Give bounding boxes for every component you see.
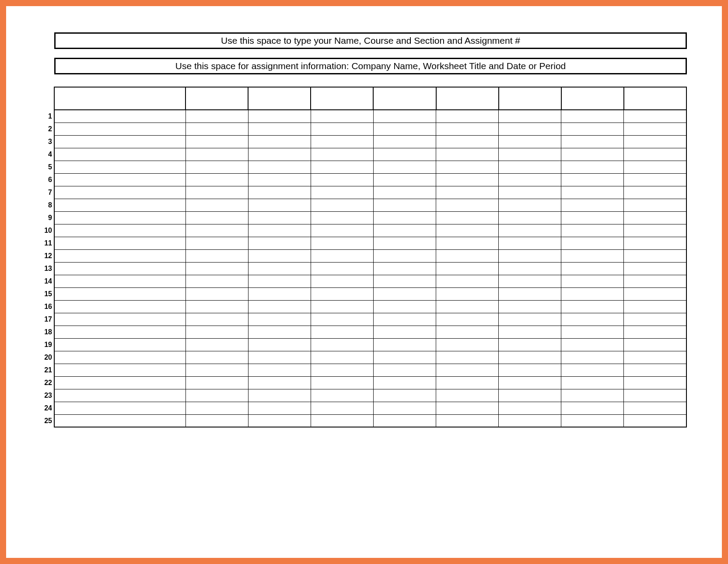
data-cell[interactable] <box>186 262 248 275</box>
data-cell[interactable] <box>248 237 311 249</box>
data-cell[interactable] <box>311 376 373 389</box>
data-cell[interactable] <box>248 287 311 300</box>
data-cell[interactable] <box>624 249 686 262</box>
header-cell[interactable] <box>436 87 499 110</box>
data-cell[interactable] <box>54 414 186 427</box>
data-cell[interactable] <box>186 414 248 427</box>
data-cell[interactable] <box>54 275 186 287</box>
data-cell[interactable] <box>186 287 248 300</box>
data-cell[interactable] <box>186 186 248 199</box>
data-cell[interactable] <box>311 135 373 148</box>
data-cell[interactable] <box>436 389 499 402</box>
data-cell[interactable] <box>436 237 499 249</box>
data-cell[interactable] <box>499 414 561 427</box>
data-cell[interactable] <box>311 300 373 313</box>
data-cell[interactable] <box>499 326 561 338</box>
data-cell[interactable] <box>499 351 561 364</box>
data-cell[interactable] <box>311 364 373 376</box>
data-cell[interactable] <box>499 199 561 211</box>
data-cell[interactable] <box>373 300 436 313</box>
data-cell[interactable] <box>373 326 436 338</box>
data-cell[interactable] <box>561 199 624 211</box>
header-cell[interactable] <box>373 87 436 110</box>
data-cell[interactable] <box>311 287 373 300</box>
header-cell[interactable] <box>624 87 686 110</box>
data-cell[interactable] <box>561 161 624 173</box>
data-cell[interactable] <box>499 262 561 275</box>
data-cell[interactable] <box>248 262 311 275</box>
data-cell[interactable] <box>186 224 248 237</box>
data-cell[interactable] <box>373 351 436 364</box>
data-cell[interactable] <box>561 414 624 427</box>
data-cell[interactable] <box>624 161 686 173</box>
data-cell[interactable] <box>436 224 499 237</box>
data-cell[interactable] <box>373 364 436 376</box>
data-cell[interactable] <box>186 326 248 338</box>
data-cell[interactable] <box>248 161 311 173</box>
data-cell[interactable] <box>373 161 436 173</box>
data-cell[interactable] <box>624 224 686 237</box>
data-cell[interactable] <box>561 211 624 224</box>
data-cell[interactable] <box>499 224 561 237</box>
data-cell[interactable] <box>436 249 499 262</box>
data-cell[interactable] <box>436 211 499 224</box>
data-cell[interactable] <box>248 414 311 427</box>
data-cell[interactable] <box>499 376 561 389</box>
data-cell[interactable] <box>248 224 311 237</box>
data-cell[interactable] <box>311 148 373 161</box>
data-cell[interactable] <box>624 148 686 161</box>
data-cell[interactable] <box>624 186 686 199</box>
data-cell[interactable] <box>248 351 311 364</box>
data-cell[interactable] <box>248 300 311 313</box>
data-cell[interactable] <box>436 161 499 173</box>
data-cell[interactable] <box>499 338 561 351</box>
data-cell[interactable] <box>373 211 436 224</box>
data-cell[interactable] <box>373 173 436 186</box>
data-cell[interactable] <box>248 376 311 389</box>
data-cell[interactable] <box>311 402 373 414</box>
data-cell[interactable] <box>311 123 373 135</box>
data-cell[interactable] <box>624 275 686 287</box>
data-cell[interactable] <box>54 402 186 414</box>
data-cell[interactable] <box>54 376 186 389</box>
data-cell[interactable] <box>436 326 499 338</box>
data-cell[interactable] <box>624 389 686 402</box>
data-cell[interactable] <box>311 249 373 262</box>
data-cell[interactable] <box>54 110 186 123</box>
data-cell[interactable] <box>54 249 186 262</box>
data-cell[interactable] <box>311 275 373 287</box>
data-cell[interactable] <box>436 300 499 313</box>
data-cell[interactable] <box>624 351 686 364</box>
data-cell[interactable] <box>54 389 186 402</box>
data-cell[interactable] <box>248 110 311 123</box>
data-cell[interactable] <box>54 364 186 376</box>
data-cell[interactable] <box>54 338 186 351</box>
data-cell[interactable] <box>248 275 311 287</box>
data-cell[interactable] <box>186 364 248 376</box>
data-cell[interactable] <box>561 351 624 364</box>
data-cell[interactable] <box>499 237 561 249</box>
data-cell[interactable] <box>248 389 311 402</box>
data-cell[interactable] <box>624 135 686 148</box>
data-cell[interactable] <box>499 211 561 224</box>
data-cell[interactable] <box>373 224 436 237</box>
data-cell[interactable] <box>624 237 686 249</box>
data-cell[interactable] <box>54 313 186 326</box>
data-cell[interactable] <box>499 110 561 123</box>
data-cell[interactable] <box>311 173 373 186</box>
data-cell[interactable] <box>248 364 311 376</box>
data-cell[interactable] <box>311 313 373 326</box>
data-cell[interactable] <box>436 262 499 275</box>
data-cell[interactable] <box>311 161 373 173</box>
data-cell[interactable] <box>624 300 686 313</box>
data-cell[interactable] <box>54 135 186 148</box>
data-cell[interactable] <box>436 199 499 211</box>
data-cell[interactable] <box>561 186 624 199</box>
data-cell[interactable] <box>311 326 373 338</box>
data-cell[interactable] <box>561 249 624 262</box>
data-cell[interactable] <box>373 237 436 249</box>
data-cell[interactable] <box>436 135 499 148</box>
data-cell[interactable] <box>561 402 624 414</box>
data-cell[interactable] <box>561 287 624 300</box>
data-cell[interactable] <box>186 338 248 351</box>
